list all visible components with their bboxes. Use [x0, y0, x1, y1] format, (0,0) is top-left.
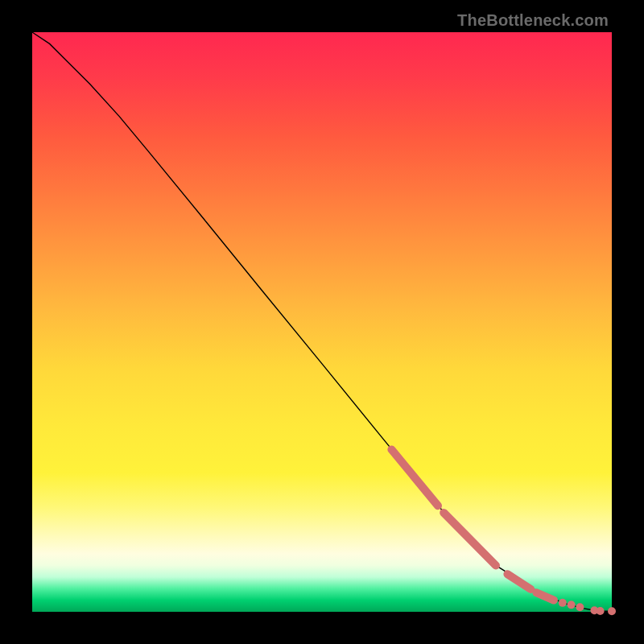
chart-overlay — [32, 32, 612, 612]
highlight-point — [608, 607, 616, 615]
highlight-points — [559, 599, 616, 615]
highlight-segment — [444, 513, 496, 566]
highlight-point — [559, 599, 567, 607]
bottleneck-curve — [32, 32, 612, 611]
highlight-segment — [536, 592, 554, 600]
highlight-point — [568, 601, 576, 609]
highlight-point — [597, 607, 605, 615]
chart-stage: TheBottleneck.com — [0, 0, 644, 644]
highlight-segment — [391, 449, 438, 506]
highlight-point — [576, 603, 584, 611]
highlight-segments — [391, 449, 554, 600]
watermark-label: TheBottleneck.com — [457, 11, 609, 30]
highlight-segment — [507, 574, 530, 589]
